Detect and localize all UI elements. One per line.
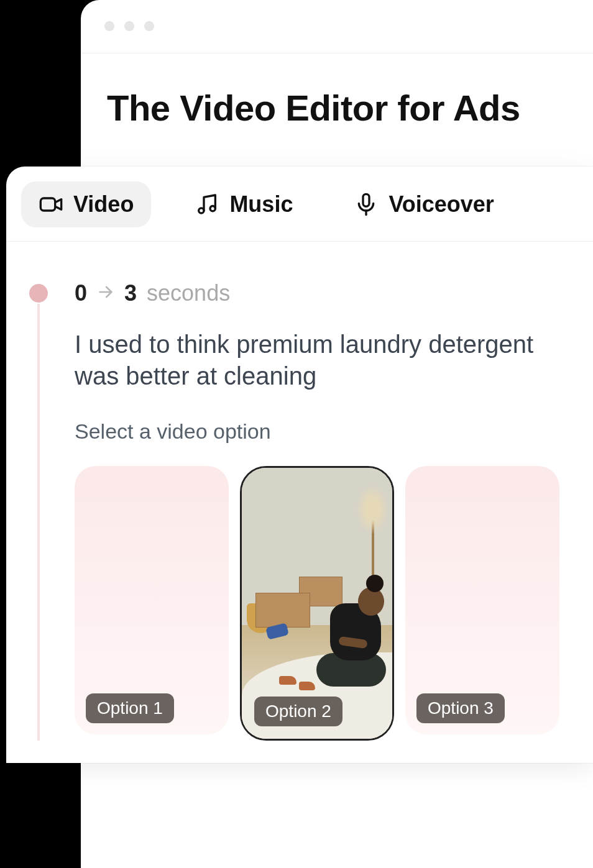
svg-point-2 [210,206,215,211]
time-end: 3 [124,280,137,306]
tab-video[interactable]: Video [21,181,151,227]
tab-bar: Video Music Voiceover [6,167,593,227]
script-text: I used to think premium laundry detergen… [75,329,547,392]
traffic-dot [124,21,134,31]
tab-label: Video [73,191,134,217]
svg-rect-3 [363,194,369,206]
video-option-3[interactable]: Option 3 [405,466,559,734]
select-prompt: Select a video option [75,419,568,444]
timeline-line [37,304,40,741]
option-label: Option 2 [254,697,342,726]
option-label: Option 1 [86,693,174,723]
segment-content: 0 3 seconds I used to think premium laun… [6,242,593,741]
video-options: Option 1 [75,466,568,741]
window-traffic-lights [104,21,154,31]
tab-label: Voiceover [388,191,494,217]
arrow-icon [97,280,114,306]
time-unit: seconds [147,280,230,306]
traffic-dot [144,21,154,31]
mic-icon [354,192,379,217]
video-option-1[interactable]: Option 1 [75,466,229,734]
video-icon [39,192,63,217]
svg-rect-0 [40,198,55,211]
divider [81,53,593,53]
music-icon [195,192,219,217]
svg-point-1 [199,208,204,213]
time-start: 0 [75,280,87,306]
timeline-dot [29,284,48,303]
option-label: Option 3 [416,693,505,723]
tab-label: Music [229,191,293,217]
tab-voiceover[interactable]: Voiceover [336,181,511,227]
time-range: 0 3 seconds [75,280,568,306]
editor-panel: Video Music Voiceover [6,167,593,763]
traffic-dot [104,21,114,31]
tab-music[interactable]: Music [177,181,310,227]
video-option-2[interactable]: Option 2 [240,466,394,741]
background-window-bottom [81,763,593,868]
page-title: The Video Editor for Ads [107,87,520,129]
